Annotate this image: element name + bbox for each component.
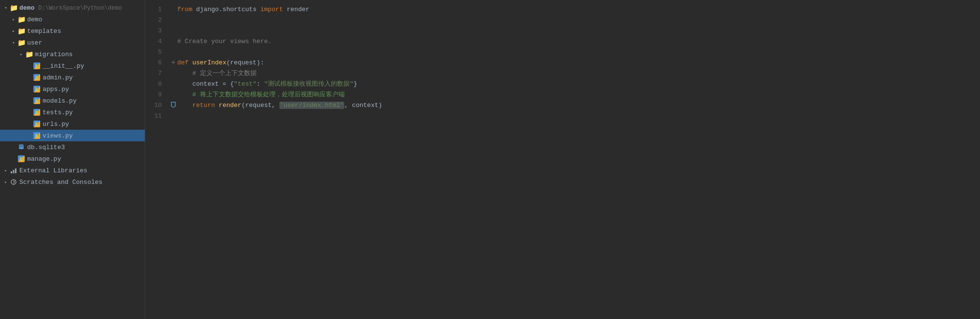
code-line-8: 8 context = {"test": "测试模板接收视图传入的数据"}	[145, 78, 980, 89]
line-content-3	[177, 25, 980, 36]
code-line-3: 3	[145, 25, 980, 36]
templates-chevron-icon	[10, 27, 17, 35]
sidebar-item-db-sqlite3[interactable]: db.sqlite3	[0, 141, 145, 153]
templates-folder-icon: 📁	[17, 27, 25, 35]
sidebar-item-migrations-folder[interactable]: 📁 migrations	[0, 48, 145, 60]
gutter-7	[169, 68, 177, 78]
demo-chevron-icon	[10, 15, 17, 23]
code-line-2: 2	[145, 15, 980, 25]
gutter-9	[169, 89, 177, 100]
line-number-1: 1	[145, 4, 169, 15]
root-folder[interactable]: 📁 demo D:\WorkSpace\Python\demo	[0, 2, 145, 14]
admin-py-icon: 🐍	[33, 74, 41, 81]
line-number-2: 2	[145, 15, 169, 25]
line-content-8: context = {"test": "测试模板接收视图传入的数据"}	[177, 78, 980, 89]
manage-py-label: manage.py	[27, 155, 61, 163]
svg-marker-10	[171, 102, 175, 107]
gutter-5	[169, 46, 177, 57]
tests-py-label: tests.py	[43, 109, 73, 116]
gutter-4	[169, 36, 177, 46]
gutter-11	[169, 110, 177, 121]
sidebar-item-tests-py[interactable]: 🐍 tests.py	[0, 106, 145, 118]
sidebar-item-urls-py[interactable]: 🐍 urls.py	[0, 118, 145, 130]
code-line-5: 5	[145, 46, 980, 57]
sidebar-item-external-libraries[interactable]: External Libraries	[0, 165, 145, 176]
user-folder-icon: 📁	[17, 39, 25, 46]
sidebar-item-views-py[interactable]: 🐍 views.py	[0, 130, 145, 141]
line-number-7: 7	[145, 68, 169, 78]
scratches-icon	[10, 178, 17, 186]
code-content: 1 from django.shortcuts import render 2 …	[145, 0, 980, 125]
gutter-6	[169, 57, 177, 68]
line-number-4: 4	[145, 36, 169, 46]
db-sqlite3-label: db.sqlite3	[27, 144, 65, 151]
line-number-6: 6	[145, 57, 169, 68]
svg-rect-4	[11, 171, 12, 173]
line-number-3: 3	[145, 25, 169, 36]
init-py-icon: 🐍	[33, 62, 41, 70]
code-line-1: 1 from django.shortcuts import render	[145, 4, 980, 15]
ext-libs-label: External Libraries	[19, 167, 87, 174]
line-number-11: 11	[145, 110, 169, 121]
gutter-8	[169, 78, 177, 89]
views-py-label: views.py	[43, 132, 73, 139]
demo-folder-label: demo	[27, 16, 42, 23]
urls-py-label: urls.py	[43, 121, 69, 128]
code-line-10: 10 return render(request, 'user/index.ht…	[145, 100, 980, 110]
migrations-folder-icon: 📁	[25, 50, 33, 58]
line-content-4: # Create your views here.	[177, 36, 980, 46]
svg-rect-5	[13, 170, 15, 173]
svg-point-7	[11, 180, 16, 184]
line-number-9: 9	[145, 89, 169, 100]
init-py-label: __init__.py	[43, 62, 84, 70]
sidebar-item-admin-py[interactable]: 🐍 admin.py	[0, 72, 145, 83]
line-content-10: return render(request, 'user/index.html'…	[177, 100, 980, 110]
code-line-11: 11	[145, 110, 980, 121]
gutter-10	[169, 100, 177, 110]
line-number-5: 5	[145, 46, 169, 57]
code-line-4: 4 # Create your views here.	[145, 36, 980, 46]
line-number-8: 8	[145, 78, 169, 89]
svg-rect-9	[173, 61, 174, 64]
line-content-5	[177, 46, 980, 57]
line-content-7: # 定义一个上下文数据	[177, 68, 980, 78]
line-content-2	[177, 15, 980, 25]
views-py-icon: 🐍	[33, 132, 41, 139]
ext-libs-chevron-icon	[2, 167, 10, 174]
svg-point-3	[19, 146, 24, 148]
tests-py-icon: 🐍	[33, 108, 41, 116]
user-folder-label: user	[27, 39, 42, 46]
line-content-9: # 将上下文数据交给模板处理，处理后视图响应客户端	[177, 89, 980, 100]
scratches-chevron-icon	[2, 178, 10, 186]
demo-folder-icon: 📁	[17, 15, 25, 23]
db-sqlite3-icon	[17, 143, 25, 151]
line-content-1: from django.shortcuts import render	[177, 4, 980, 15]
sidebar-item-user-folder[interactable]: 📁 user	[0, 37, 145, 48]
sidebar-item-demo-folder[interactable]: 📁 demo	[0, 14, 145, 25]
sidebar-item-models-py[interactable]: 🐍 models.py	[0, 95, 145, 106]
code-line-9: 9 # 将上下文数据交给模板处理，处理后视图响应客户端	[145, 89, 980, 100]
models-py-icon: 🐍	[33, 97, 41, 105]
file-tree[interactable]: 📁 demo D:\WorkSpace\Python\demo 📁 demo 📁…	[0, 0, 145, 319]
root-folder-icon: 📁	[10, 4, 17, 12]
sidebar-item-manage-py[interactable]: 🐍 manage.py	[0, 153, 145, 165]
sidebar-item-init-py[interactable]: 🐍 __init__.py	[0, 60, 145, 72]
svg-rect-6	[15, 168, 16, 173]
sidebar-item-scratches[interactable]: Scratches and Consoles	[0, 176, 145, 188]
line-content-11	[177, 110, 980, 121]
migrations-folder-label: migrations	[35, 51, 73, 58]
root-folder-label: demo D:\WorkSpace\Python\demo	[19, 4, 122, 12]
sidebar-item-apps-py[interactable]: 🐍 apps.py	[0, 83, 145, 95]
root-chevron-icon	[2, 4, 10, 12]
apps-py-icon: 🐍	[33, 85, 41, 93]
code-editor[interactable]: 1 from django.shortcuts import render 2 …	[145, 0, 980, 319]
line-number-10: 10	[145, 100, 169, 110]
code-line-6: 6 def userIndex(request):	[145, 57, 980, 68]
urls-py-icon: 🐍	[33, 120, 41, 128]
sidebar-item-templates-folder[interactable]: 📁 templates	[0, 25, 145, 37]
models-py-label: models.py	[43, 97, 77, 105]
scratches-label: Scratches and Consoles	[19, 179, 103, 186]
templates-folder-label: templates	[27, 28, 61, 35]
gutter-1	[169, 4, 177, 15]
gutter-2	[169, 15, 177, 25]
